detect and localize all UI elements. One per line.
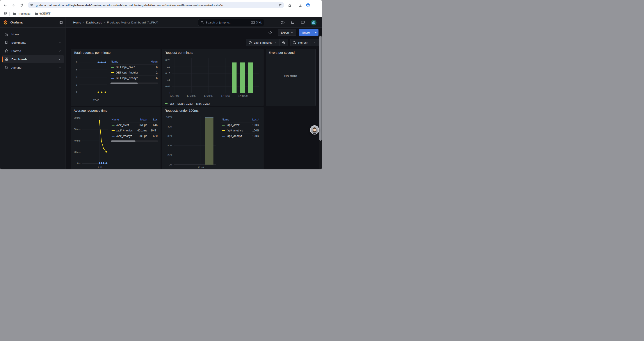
panel-title[interactable]: Average response time — [71, 107, 160, 114]
legend-row[interactable]: /api/_/livez 100% — [222, 122, 260, 128]
site-settings-tune-icon[interactable] — [29, 2, 34, 8]
legend-row[interactable]: GET /api/_/livez 6 — [110, 64, 158, 70]
svg-text:20 ms: 20 ms — [74, 151, 80, 153]
share-button[interactable]: Share — [299, 29, 313, 36]
legend-row[interactable]: /api/_/readyz 100% — [222, 133, 260, 139]
bookmark-star-icon[interactable] — [277, 2, 283, 8]
sidebar-item-label: Dashboards — [12, 58, 28, 61]
window-scrollbar[interactable] — [319, 35, 322, 169]
series-color-pill — [222, 130, 225, 131]
reload-button[interactable] — [17, 1, 25, 9]
profile-button[interactable] — [304, 1, 312, 9]
legend-col-last[interactable]: Las — [149, 118, 158, 121]
svg-text:80%: 80% — [168, 125, 172, 128]
sidebar-item-bookmarks[interactable]: Bookmarks — [2, 39, 64, 47]
legend-col-mean[interactable]: Mean — [147, 60, 158, 63]
url-bar[interactable] — [28, 2, 284, 8]
export-button[interactable]: Export — [278, 29, 296, 36]
legend-table: Name Mean GET /api/_/livez 6 GET /api/_/… — [110, 59, 158, 84]
panel-title[interactable]: Requests under 100ms — [162, 107, 263, 114]
search-box[interactable]: Search or jump to... ⌘+k — [198, 19, 264, 26]
breadcrumb-home[interactable]: Home — [73, 21, 81, 24]
legend-col-last[interactable]: Last * — [246, 118, 259, 121]
legend-series-name[interactable]: 2xx — [170, 102, 174, 105]
refresh-sync-icon — [293, 41, 296, 44]
panel-title[interactable]: Total requests per minute — [71, 49, 160, 56]
sidebar-item-home[interactable]: Home — [2, 30, 64, 38]
actions-divider — [275, 30, 275, 35]
nav-icon-cluster — [280, 17, 316, 28]
svg-text:17:38:00: 17:38:00 — [187, 95, 196, 97]
legend-col-name[interactable]: Name — [222, 118, 244, 121]
svg-text:0.1: 0.1 — [167, 79, 170, 81]
scrollbar-thumb[interactable] — [319, 36, 322, 141]
share-menu-button[interactable] — [313, 29, 318, 36]
series-color-pill — [164, 103, 168, 104]
legend-scrollbar[interactable] — [111, 140, 158, 142]
svg-text:20%: 20% — [168, 154, 172, 156]
brand-block: Grafana — [0, 17, 66, 28]
svg-text:0.15: 0.15 — [166, 72, 170, 75]
sidebar-item-starred[interactable]: Starred — [2, 47, 64, 55]
svg-text:6: 6 — [76, 61, 78, 63]
requests-under-100ms-chart[interactable]: 17:40100%80%60%40%20%0% — [164, 114, 218, 169]
help-button[interactable] — [280, 21, 285, 25]
series-color-pill — [222, 125, 225, 126]
news-rss-button[interactable] — [291, 21, 295, 25]
average-response-time-chart[interactable]: 17:4080 ms60 ms40 ms20 ms0 s — [73, 114, 110, 169]
refresh-interval-button[interactable] — [310, 39, 318, 46]
monitor-icon — [301, 21, 305, 25]
refresh-label: Refresh — [298, 41, 308, 44]
apps-button[interactable] — [3, 11, 8, 17]
browser-menu-button[interactable] — [312, 1, 320, 9]
legend-row[interactable]: /api/_/metrics 100% — [222, 128, 260, 133]
extensions-button[interactable] — [286, 1, 294, 9]
legend-col-name[interactable]: Name — [111, 60, 145, 63]
legend-row[interactable]: /api/_/metrics 40.1 ms 20.5 r — [111, 128, 158, 133]
refresh-button[interactable]: Refresh — [290, 39, 310, 46]
back-button[interactable] — [1, 1, 9, 9]
user-avatar[interactable] — [311, 20, 316, 26]
clock-icon — [248, 41, 252, 44]
series-color-pill — [112, 136, 115, 137]
breadcrumb-separator: › — [104, 21, 105, 24]
request-per-minute-chart[interactable]: 17:37:0017:38:0017:39:0017:40:0017:41:00… — [164, 56, 261, 99]
sidebar-item-dashboards[interactable]: Dashboards — [2, 55, 64, 63]
time-range-group: Last 5 minutes — [246, 39, 288, 46]
legend-row[interactable]: /api/_/readyz 605 µs 620 — [111, 133, 158, 139]
sidebar-item-alerting[interactable]: Alerting — [2, 64, 64, 72]
panel-requests-under-100ms: Requests under 100ms 17:40100%80%60%40%2… — [162, 107, 264, 169]
chevron-down-icon — [314, 31, 317, 34]
assistant-avatar-bubble[interactable] — [310, 125, 319, 135]
bookmark-folder-blogs[interactable]: 收藏博客 — [32, 11, 53, 16]
folder-icon — [34, 12, 38, 15]
monitor-button[interactable] — [301, 21, 305, 25]
share-button-group: Share — [299, 29, 318, 36]
legend-col-name[interactable]: Name — [112, 118, 132, 121]
sidebar-toggle-button[interactable] — [59, 21, 63, 24]
zoom-out-button[interactable] — [279, 39, 288, 46]
forward-button[interactable] — [9, 1, 17, 9]
legend-row[interactable]: GET /api/_/metrics 2 — [110, 70, 158, 75]
panel-title[interactable]: Request per minute — [162, 49, 263, 56]
legend-row[interactable]: /api/_/livez 661 µs 646 — [111, 122, 158, 128]
total-requests-chart[interactable]: 17:4065432 — [73, 56, 108, 103]
legend-col-mean[interactable]: Mean — [134, 118, 147, 121]
panel-total-requests-per-minute: Total requests per minute 17:4065432 Nam… — [71, 49, 160, 106]
downloads-button[interactable] — [296, 1, 304, 9]
help-icon — [280, 21, 285, 25]
favorite-dashboard-button[interactable] — [268, 31, 272, 35]
forward-arrow-icon — [12, 3, 15, 7]
url-input[interactable] — [34, 4, 277, 7]
sidebar-item-label: Bookmarks — [12, 41, 26, 44]
breadcrumb-dashboards[interactable]: Dashboards — [86, 21, 102, 24]
bookmark-folder-freeleaps[interactable]: Freeleaps — [11, 11, 32, 16]
panel-title[interactable]: Errors per second — [266, 49, 316, 56]
legend-table: Name Mean Las /api/_/livez 661 µs 646 /a… — [111, 117, 158, 142]
svg-text:17:40: 17:40 — [96, 166, 102, 169]
time-range-picker[interactable]: Last 5 minutes — [246, 39, 280, 46]
legend-scrollbar[interactable] — [110, 83, 158, 84]
refresh-group: Refresh — [290, 39, 318, 46]
legend-row[interactable]: GET /api/_/readyz 6 — [110, 75, 158, 81]
bookmarks-bar: Freeleaps 收藏博客 — [0, 10, 322, 17]
